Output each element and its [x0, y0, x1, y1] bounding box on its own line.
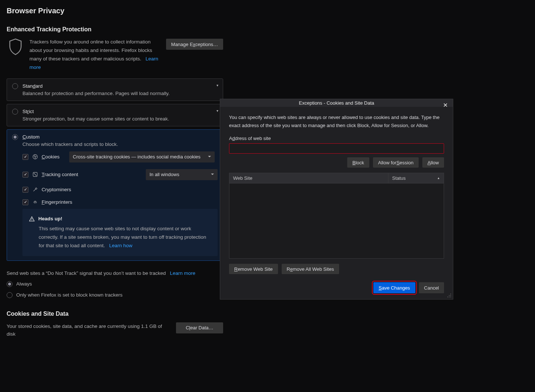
cookies-usage-line: Your stored cookies, site data, and cach… [7, 322, 169, 338]
radio-dnt-block[interactable] [7, 292, 13, 298]
heads-up-box: Heads up! This setting may cause some we… [22, 209, 218, 256]
learn-how-link[interactable]: Learn how [109, 243, 132, 248]
block-button[interactable]: Block [347, 157, 369, 168]
table-body[interactable] [229, 183, 444, 259]
dnt-line: Send web sites a “Do Not Track” signal t… [7, 270, 166, 276]
svg-point-12 [449, 295, 450, 296]
svg-rect-6 [32, 218, 32, 220]
col-website[interactable]: Web Site [229, 173, 388, 183]
svg-point-3 [35, 158, 35, 158]
svg-point-2 [35, 156, 36, 157]
etp-custom-sub: Choose which trackers and scripts to blo… [22, 141, 218, 147]
allow-button[interactable]: Allow [422, 157, 444, 168]
checkbox-fingerprinters[interactable] [22, 199, 28, 205]
remove-all-button[interactable]: Remove All Web Sites [282, 264, 339, 274]
dnt-always-label: Always [16, 281, 32, 287]
chevron-down-icon: ▾ [217, 83, 218, 87]
svg-point-1 [34, 156, 35, 157]
opt-cookies-label: Cookies [42, 154, 60, 160]
dnt-learn-more-link[interactable]: Learn more [170, 270, 196, 276]
sort-asc-icon: ▲ [437, 176, 440, 180]
etp-standard-sub: Balanced for protection and performance.… [22, 91, 218, 96]
svg-point-13 [450, 294, 451, 294]
warning-icon [29, 216, 35, 222]
cryptominer-icon [32, 187, 38, 193]
tracking-icon [32, 172, 38, 178]
checkbox-cryptominers[interactable] [22, 187, 28, 193]
table-header: Web Site Status ▲ [229, 173, 444, 183]
etp-description: Trackers follow you around online to col… [29, 38, 161, 72]
cookies-heading: Cookies and Site Data [7, 311, 223, 317]
tracking-dropdown[interactable]: In all windows [146, 169, 218, 180]
radio-dnt-always[interactable] [7, 281, 13, 287]
checkbox-cookies[interactable] [22, 154, 28, 160]
cookie-icon [32, 154, 38, 160]
checkbox-tracking[interactable] [22, 172, 28, 178]
exceptions-dialog: Exceptions - Cookies and Site Data ✕ You… [220, 99, 453, 300]
radio-strict[interactable] [12, 109, 18, 115]
save-changes-button[interactable]: Save Changes [373, 282, 415, 293]
svg-point-0 [33, 155, 37, 159]
address-label: Address of web site [229, 136, 444, 141]
opt-tracking-label: Tracking content [42, 172, 78, 177]
opt-crypto-label: Cryptominers [42, 187, 71, 192]
svg-point-9 [449, 297, 450, 297]
clear-data-button[interactable]: Clear Data… [176, 322, 223, 333]
svg-point-11 [447, 297, 448, 297]
chevron-down-icon: ▾ [217, 109, 218, 113]
etp-strict-sub: Stronger protection, but may cause some … [22, 116, 218, 122]
svg-point-10 [450, 295, 451, 296]
svg-rect-7 [32, 220, 32, 220]
cancel-button[interactable]: Cancel [419, 282, 444, 293]
etp-standard-panel[interactable]: ▾ Standard Balanced for protection and p… [7, 78, 223, 101]
opt-fingerprinters-label: Fingerprinters [42, 199, 72, 205]
etp-strict-panel[interactable]: ▾ Strict Stronger protection, but may ca… [7, 104, 223, 126]
radio-standard[interactable] [12, 83, 18, 89]
close-icon[interactable]: ✕ [440, 100, 450, 110]
dialog-description: You can specify which web sites are alwa… [229, 113, 444, 130]
remove-website-button[interactable]: Remove Web Site [229, 264, 278, 274]
fingerprint-icon [32, 199, 38, 205]
radio-custom[interactable] [12, 134, 18, 140]
dialog-title: Exceptions - Cookies and Site Data [299, 100, 374, 106]
shield-icon [7, 38, 24, 56]
address-input[interactable] [229, 143, 444, 154]
manage-exceptions-button[interactable]: Manage Exceptions… [166, 39, 223, 50]
allow-session-button[interactable]: Allow for Session [373, 157, 419, 168]
dnt-block-label: Only when Firefox is set to block known … [16, 292, 123, 298]
etp-custom-panel[interactable]: Custom Choose which trackers and scripts… [7, 129, 223, 261]
page-title: Browser Privacy [7, 7, 535, 15]
etp-heading: Enhanced Tracking Protection [7, 26, 223, 33]
cookies-dropdown[interactable]: Cross-site tracking cookies — includes s… [69, 151, 215, 162]
svg-point-8 [450, 297, 451, 297]
svg-line-5 [34, 173, 36, 176]
resize-grip-icon[interactable] [447, 293, 451, 298]
col-status[interactable]: Status ▲ [388, 173, 444, 183]
